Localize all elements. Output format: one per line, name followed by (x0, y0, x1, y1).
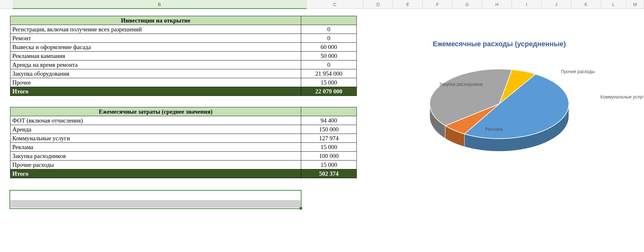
table-row-value[interactable]: 15 000 (301, 161, 357, 169)
table-row-label[interactable]: Прочее (10, 78, 301, 87)
table-row-label[interactable]: Коммунальные услуги (10, 134, 301, 143)
column-header-L[interactable]: L (601, 0, 626, 9)
table-row-label[interactable]: Вывеска и оформление фасада (10, 43, 301, 52)
sheet-area[interactable]: Инвестиции на открытие Регистрация, вклю… (0, 9, 644, 252)
table2-total-value[interactable]: 502 374 (301, 169, 357, 178)
table-row-label[interactable]: Аренда на время ремонта (10, 60, 301, 69)
chart-label: Реклама (485, 127, 503, 132)
table1-header[interactable]: Инвестиции на открытие (10, 16, 301, 25)
table-row-label[interactable]: Ремонт (10, 34, 301, 43)
column-header-C[interactable]: C (307, 0, 363, 9)
table-row-label[interactable]: Прочие расходы (10, 161, 301, 169)
table1-total-value[interactable]: 22 079 000 (301, 87, 357, 96)
table-row-value[interactable]: 21 954 000 (301, 69, 357, 78)
chart-label: Закупка расходников (439, 82, 483, 87)
column-header-H[interactable]: H (482, 0, 512, 9)
table-row-label[interactable]: Закупка расходников (10, 152, 301, 161)
chart-title: Ежемесячные расходы (усредненные) (389, 40, 610, 48)
table-row-value[interactable]: 0 (301, 25, 357, 34)
selection-fill (10, 200, 301, 208)
column-header-D[interactable]: D (363, 0, 393, 9)
table-row-value[interactable]: 50 000 (301, 52, 357, 60)
table-row-label[interactable]: Реклама (10, 143, 301, 152)
column-header-M[interactable]: M (626, 0, 644, 9)
table-row-value[interactable]: 60 000 (301, 43, 357, 52)
table2-header[interactable]: Ежемесячные затраты (среднее значения) (10, 107, 301, 116)
column-headers: B C D E F G H I J K L M (0, 0, 644, 9)
chart-label: Прочие расходы (561, 69, 595, 74)
table2-total-label[interactable]: Итого (10, 169, 301, 178)
table2-header-blank[interactable] (301, 107, 357, 116)
table-row-label[interactable]: Аренда (10, 125, 301, 134)
table-row-value[interactable]: 0 (301, 34, 357, 43)
column-header-J[interactable]: J (542, 0, 571, 9)
column-header-K[interactable]: K (571, 0, 601, 9)
chart-label: Коммунальные услуги (600, 94, 644, 99)
table-row-label[interactable]: ФОТ (включая отчисления) (10, 116, 301, 125)
investments-table[interactable]: Инвестиции на открытие Регистрация, вклю… (10, 16, 357, 96)
table-row-value[interactable]: 127 974 (301, 134, 357, 143)
table-row-value[interactable]: 94 400 (301, 116, 357, 125)
pie-chart[interactable]: Ежемесячные расходы (усредненные) Прочие… (389, 28, 610, 161)
table-row-label[interactable]: Закупка оборудования (10, 69, 301, 78)
column-header-I[interactable]: I (512, 0, 542, 9)
column-header-B[interactable]: B (13, 0, 307, 9)
table-row-label[interactable]: Рекламная кампания (10, 52, 301, 60)
column-header-E[interactable]: E (393, 0, 423, 9)
table-row-value[interactable]: 15 000 (301, 78, 357, 87)
table-row-label[interactable]: Регистрация, включая получение всех разр… (10, 25, 301, 34)
table1-total-label[interactable]: Итого (10, 87, 301, 96)
column-header-F[interactable]: F (423, 0, 453, 9)
table-row-value[interactable]: 100 000 (301, 152, 357, 161)
table-row-value[interactable]: 15 000 (301, 143, 357, 152)
table1-header-blank[interactable] (301, 16, 357, 25)
monthly-costs-table[interactable]: Ежемесячные затраты (среднее значения) Ф… (10, 107, 357, 178)
column-header-G[interactable]: G (453, 0, 482, 9)
table-row-value[interactable]: 0 (301, 60, 357, 69)
cell-selection (9, 190, 301, 209)
table-row-value[interactable]: 150 000 (301, 125, 357, 134)
selection-handle[interactable] (300, 207, 302, 210)
